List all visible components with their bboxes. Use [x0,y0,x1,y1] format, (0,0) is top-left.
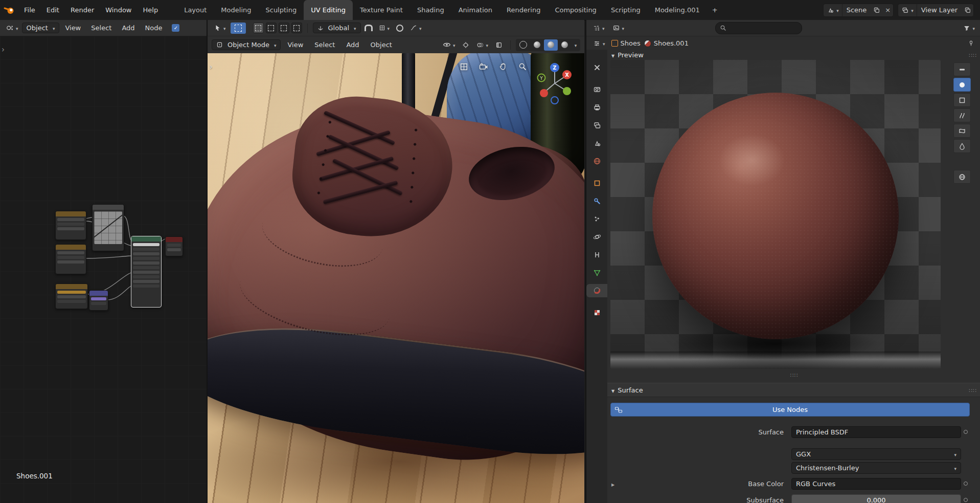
principled-bsdf-node[interactable] [131,236,162,308]
overlays-dropdown[interactable] [474,40,491,50]
preview-fluid-button[interactable] [953,139,971,153]
blender-logo-icon[interactable] [0,6,18,15]
falloff-dropdown[interactable] [407,23,424,33]
select-mode-new-button[interactable] [253,23,264,33]
preview-panel-header[interactable]: Preview [607,50,980,60]
node-menu-view[interactable]: View [60,24,85,32]
proportional-editing-button[interactable] [394,23,405,34]
menu-window[interactable]: Window [100,6,137,14]
preview-sphere-button[interactable] [953,78,971,92]
menu-help[interactable]: Help [138,6,164,14]
vp-menu-object[interactable]: Object [366,41,397,49]
transform-orientation-dropdown[interactable]: Global [313,23,361,33]
animate-dot-button[interactable] [961,478,970,489]
ptab-constraints[interactable] [586,248,607,261]
tab-shading[interactable]: Shading [410,0,451,20]
tab-compositing[interactable]: Compositing [548,0,604,20]
view-layer-browse-button[interactable] [898,4,917,16]
pin-id-button[interactable] [965,39,977,48]
pan-button[interactable] [495,59,510,74]
node-menu-add[interactable]: Add [117,24,139,32]
gizmos-toggle-button[interactable] [460,40,472,50]
use-nodes-checkbox[interactable] [172,24,179,32]
ptab-render[interactable] [586,83,607,96]
vp-menu-view[interactable]: View [283,41,308,49]
ptab-material[interactable] [586,284,607,297]
menu-render[interactable]: Render [65,6,100,14]
mode-dropdown[interactable]: Object Mode [212,39,281,50]
zoom-button[interactable] [515,59,530,74]
preview-hair-button[interactable] [953,108,971,122]
ptab-object-data[interactable] [586,266,607,279]
preview-cube-button[interactable] [953,93,971,107]
preview-world-button[interactable] [953,170,971,184]
ptab-scene[interactable] [586,137,607,150]
ptab-particles[interactable] [586,212,607,226]
shader-type-dropdown[interactable]: Object [22,23,60,33]
box-select-tool-button[interactable] [231,23,246,34]
vp-menu-add[interactable]: Add [341,41,363,49]
tab-rendering[interactable]: Rendering [499,0,548,20]
shading-wireframe-button[interactable] [516,39,530,51]
menu-file[interactable]: File [18,6,41,14]
ptab-world[interactable] [586,155,607,168]
scene-name[interactable]: Scene [842,6,871,14]
tab-scripting[interactable]: Scripting [604,0,648,20]
expand-triangle-icon[interactable] [611,480,614,488]
shading-material-button[interactable] [544,39,558,51]
ptab-output[interactable] [586,101,607,114]
sidebar-expand-icon[interactable] [210,62,213,72]
node-editor-canvas[interactable]: Shoes.001 [0,36,207,503]
tab-modeling-001[interactable]: Modeling.001 [648,0,707,20]
outliner-editor-type-button[interactable] [590,23,607,33]
scene-new-button[interactable] [871,7,882,13]
outliner-display-mode-button[interactable] [610,23,627,33]
menu-edit[interactable]: Edit [41,6,65,14]
select-mode-extend-button[interactable] [266,23,277,33]
camera-view-button[interactable] [476,59,491,74]
animate-dot-button[interactable] [961,495,970,503]
ptab-view-layer[interactable] [586,119,607,132]
subsurface-slider[interactable]: 0.000 [791,494,961,503]
ortho-toggle-button[interactable] [457,59,471,74]
ptab-tool[interactable] [586,61,607,74]
sidebar-expand-icon[interactable] [2,45,5,54]
scene-unlink-button[interactable]: × [882,6,893,14]
preview-flat-button[interactable] [953,62,971,76]
ptab-modifiers[interactable] [586,194,607,208]
distribution-dropdown[interactable]: GGX [791,448,961,460]
subsurface-method-dropdown[interactable]: Christensen-Burley [791,462,961,474]
tab-animation[interactable]: Animation [451,0,499,20]
tab-texture-paint[interactable]: Texture Paint [353,0,410,20]
viewport-canvas[interactable]: Z X Y [208,53,584,503]
tab-uv-editing[interactable]: UV Editing [304,0,353,20]
use-nodes-button[interactable]: Use Nodes [610,403,970,417]
axis-x-neg-ball[interactable] [540,89,548,97]
snap-toggle-button[interactable] [363,23,374,34]
tab-sculpting[interactable]: Sculpting [258,0,304,20]
surface-panel-header[interactable]: Surface [607,383,980,397]
search-input[interactable] [729,24,797,32]
navigation-gizmo[interactable]: Z X Y [533,62,576,105]
tab-modeling[interactable]: Modeling [214,0,258,20]
select-mode-subtract-button[interactable] [279,23,289,33]
normal-map-node[interactable] [89,290,108,311]
vp-menu-select[interactable]: Select [310,41,339,49]
axis-y-neg-ball[interactable] [563,87,571,95]
base-color-field[interactable]: RGB Curves [791,478,961,490]
image-texture-node[interactable] [55,283,88,309]
material-output-node[interactable] [165,236,183,256]
select-mode-intersect-button[interactable] [291,23,302,33]
outliner-filter-button[interactable] [961,23,977,33]
scene-browse-button[interactable] [824,4,842,16]
add-workspace-button[interactable]: + [707,0,723,20]
ptab-texture[interactable] [586,306,607,319]
curve-widget[interactable] [94,211,122,244]
breadcrumb-material[interactable]: Shoes.001 [644,39,689,47]
image-texture-node[interactable] [55,211,86,240]
axis-z-neg-ball[interactable] [551,97,558,104]
shading-solid-button[interactable] [530,39,544,51]
rgb-curves-node[interactable] [92,204,124,251]
snap-target-dropdown[interactable] [376,23,393,33]
preview-cloth-button[interactable] [953,124,971,138]
